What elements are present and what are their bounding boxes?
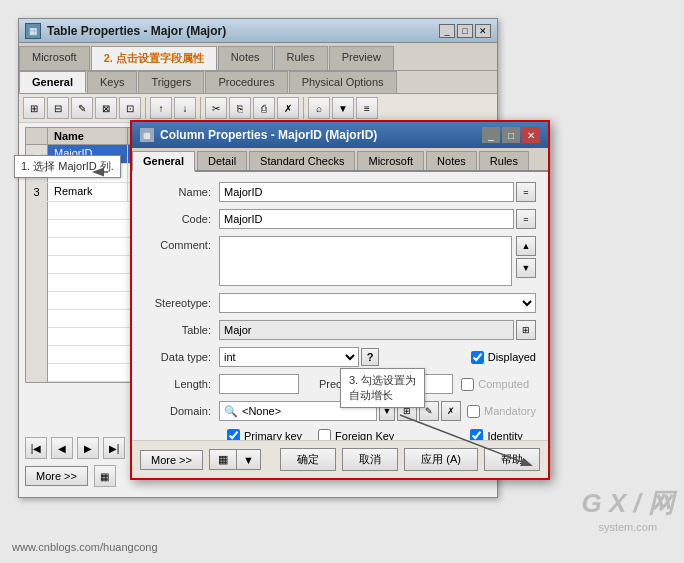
table-tabs-row2: General Keys Triggers Procedures Physica… (19, 71, 497, 94)
mandatory-checkbox[interactable] (467, 405, 480, 418)
empty-row (26, 202, 48, 220)
toolbar-btn-del[interactable]: ✗ (277, 97, 299, 119)
nav-prev[interactable]: ◀ (51, 437, 73, 459)
toolbar-btn-7[interactable]: ↓ (174, 97, 196, 119)
dialog-tab-rules[interactable]: Rules (479, 151, 529, 170)
name-input[interactable] (219, 182, 514, 202)
domain-text: <None> (242, 405, 281, 417)
nav-last[interactable]: ▶| (103, 437, 125, 459)
length-input[interactable] (219, 374, 299, 394)
datatype-select[interactable]: int (219, 347, 359, 367)
tab-keys[interactable]: Keys (87, 71, 137, 93)
minimize-btn[interactable]: _ (439, 24, 455, 38)
empty-row (26, 292, 48, 310)
table-props-title: Table Properties - Major (Major) (47, 24, 439, 38)
displayed-checkbox[interactable] (471, 351, 484, 364)
dialog-cancel-btn[interactable]: 取消 (342, 448, 398, 471)
empty-row (26, 274, 48, 292)
dialog-help-btn[interactable]: 帮助 (484, 448, 540, 471)
comment-row: Comment: ▲ ▼ (144, 236, 536, 286)
toolbar-btn-1[interactable]: ⊞ (23, 97, 45, 119)
tab-rules[interactable]: Rules (274, 46, 328, 70)
dialog-minimize-btn[interactable]: _ (482, 127, 500, 143)
tab-triggers[interactable]: Triggers (138, 71, 204, 93)
sep3 (303, 97, 304, 119)
dialog-tab-notes[interactable]: Notes (426, 151, 477, 170)
brand-area: G X / 网 system.com (582, 486, 674, 533)
dialog-tab-general[interactable]: General (132, 151, 195, 172)
dialog-apply-btn[interactable]: 应用 (A) (404, 448, 478, 471)
dialog-bottom: More >> ▦ ▼ 确定 取消 应用 (A) 帮助 (132, 440, 548, 478)
tab-notes[interactable]: Notes (218, 46, 273, 70)
tab-general[interactable]: General (19, 71, 86, 93)
close-btn[interactable]: ✕ (475, 24, 491, 38)
toolbar-btn-more1[interactable]: ≡ (356, 97, 378, 119)
dialog-close-btn[interactable]: ✕ (522, 127, 540, 143)
displayed-check: Displayed (471, 351, 536, 364)
comment-input[interactable] (219, 236, 512, 286)
dialog-spreadsheet-btn[interactable]: ▦ (209, 449, 236, 470)
length-label: Length: (144, 378, 219, 390)
table-props-icon: ▦ (25, 23, 41, 39)
dialog-arrow-down-btn[interactable]: ▼ (236, 449, 261, 470)
dialog-title: Column Properties - MajorID (MajorID) (160, 128, 480, 142)
tab-step2[interactable]: 2. 点击设置字段属性 (91, 46, 217, 70)
toolbar-btn-2[interactable]: ⊟ (47, 97, 69, 119)
tab-microsoft[interactable]: Microsoft (19, 46, 90, 70)
dialog-more-btn[interactable]: More >> (140, 450, 203, 470)
sep2 (200, 97, 201, 119)
table-bottom-row: More >> ▦ (25, 465, 116, 487)
stereotype-row: Stereotype: (144, 293, 536, 313)
titlebar-buttons: _ □ ✕ (439, 24, 491, 38)
table-tabs-row1: Microsoft 2. 点击设置字段属性 Notes Rules Previe… (19, 43, 497, 71)
toolbar-btn-filter[interactable]: ▼ (332, 97, 354, 119)
more-button-table[interactable]: More >> (25, 466, 88, 486)
toolbar-btn-cut[interactable]: ✂ (205, 97, 227, 119)
code-extra-btn[interactable]: = (516, 209, 536, 229)
mandatory-label: Mandatory (484, 405, 536, 417)
dialog-tab-microsoft[interactable]: Microsoft (357, 151, 424, 170)
toolbar-btn-search[interactable]: ⌕ (308, 97, 330, 119)
code-label: Code: (144, 213, 219, 225)
dialog-tab-standard-checks[interactable]: Standard Checks (249, 151, 355, 170)
dialog-ok-btn[interactable]: 确定 (280, 448, 336, 471)
toolbar-btn-4[interactable]: ⊠ (95, 97, 117, 119)
datatype-row: Data type: int ? Displayed (144, 347, 536, 367)
computed-checkbox[interactable] (461, 378, 474, 391)
tab-preview[interactable]: Preview (329, 46, 394, 70)
comment-scroll-up[interactable]: ▲ (516, 236, 536, 256)
watermark: www.cnblogs.com/huangcong (12, 541, 158, 553)
code-input[interactable] (219, 209, 514, 229)
empty-row (26, 328, 48, 346)
toolbar-btn-6[interactable]: ↑ (150, 97, 172, 119)
tab-procedures[interactable]: Procedures (205, 71, 287, 93)
empty-row (26, 238, 48, 256)
table-props-titlebar: ▦ Table Properties - Major (Major) _ □ ✕ (19, 19, 497, 43)
mandatory-check: Mandatory (467, 405, 536, 418)
table-extra-btn[interactable]: ▦ (94, 465, 116, 487)
toolbar-btn-5[interactable]: ⊡ (119, 97, 141, 119)
comment-scroll-down[interactable]: ▼ (516, 258, 536, 278)
table-nav-btn[interactable]: ⊞ (516, 320, 536, 340)
maximize-btn[interactable]: □ (457, 24, 473, 38)
col-name: Name (48, 128, 128, 144)
computed-check: Computed (461, 378, 529, 391)
tab-physical[interactable]: Physical Options (289, 71, 397, 93)
name-extra-btn[interactable]: = (516, 182, 536, 202)
domain-search-icon: 🔍 (224, 405, 238, 418)
callout-3: 3. 勾选设置为 自动增长 (340, 368, 425, 408)
dialog-maximize-btn[interactable]: □ (502, 127, 520, 143)
stereotype-select[interactable] (219, 293, 536, 313)
col-indicator (26, 128, 48, 144)
toolbar-btn-paste[interactable]: ⎙ (253, 97, 275, 119)
dialog-tab-detail[interactable]: Detail (197, 151, 247, 170)
datatype-help-btn[interactable]: ? (361, 348, 379, 366)
domain-btn-3[interactable]: ✗ (441, 401, 461, 421)
dialog-icon: ▦ (140, 128, 154, 142)
toolbar-btn-copy[interactable]: ⎘ (229, 97, 251, 119)
nav-next[interactable]: ▶ (77, 437, 99, 459)
datatype-label: Data type: (144, 351, 219, 363)
toolbar-btn-3[interactable]: ✎ (71, 97, 93, 119)
code-row: Code: = (144, 209, 536, 229)
nav-first[interactable]: |◀ (25, 437, 47, 459)
